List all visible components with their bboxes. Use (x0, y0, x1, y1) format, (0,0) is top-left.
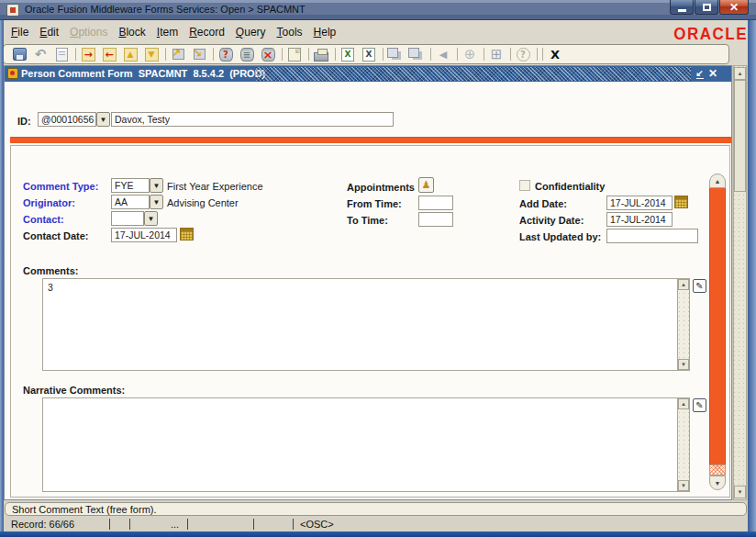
rollback-icon[interactable] (33, 47, 48, 62)
id-name-field[interactable]: Davox, Testy (111, 112, 394, 127)
to-time-field[interactable] (418, 212, 453, 227)
menu-query[interactable]: Query (230, 23, 272, 41)
id-dropdown-button[interactable]: ▼ (96, 112, 110, 127)
detach-icon[interactable] (409, 47, 424, 62)
menu-help[interactable]: Help (308, 23, 342, 41)
titlebar-hatch (256, 67, 691, 81)
workspace-scrollbar[interactable]: ▲ ▼ (733, 65, 747, 500)
speaker-icon[interactable] (436, 47, 450, 62)
add-date-calendar-icon[interactable] (674, 196, 688, 208)
comments-edit-icon[interactable] (693, 279, 706, 293)
broadcast-icon[interactable] (388, 47, 403, 62)
scroll-down-icon[interactable]: ▼ (678, 480, 689, 491)
save-icon[interactable] (12, 47, 27, 62)
comments-textarea[interactable]: 3 ▲ ▼ (42, 278, 690, 371)
narrative-comments-textarea[interactable]: ▲ ▼ (42, 397, 690, 492)
toolbar-separator (542, 48, 543, 61)
close-button[interactable]: ✕ (719, 0, 749, 15)
window-icon (6, 4, 19, 17)
select-icon[interactable] (287, 47, 302, 62)
previous-block-icon[interactable] (171, 47, 185, 62)
confidentiality-checkbox[interactable] (519, 180, 530, 191)
form-window-titlebar[interactable]: Person Comment Form SPACMNT 8.5.4.2 (PRO… (5, 66, 731, 82)
comment-type-dropdown-button[interactable]: ▼ (150, 178, 163, 193)
menu-file[interactable]: File (6, 23, 34, 41)
enter-query-icon[interactable] (218, 47, 233, 62)
id-field[interactable]: @00010656 (38, 112, 96, 127)
comments-label: Comments: (23, 265, 79, 276)
toolbar-separator (75, 48, 76, 61)
narrative-comments-label: Narrative Comments: (23, 385, 125, 396)
comments-scrollbar[interactable]: ▲ ▼ (677, 279, 689, 370)
menu-tools[interactable]: Tools (272, 23, 308, 41)
toolbar-separator (457, 48, 458, 61)
print-preview-icon[interactable] (54, 47, 69, 62)
cancel-query-icon[interactable] (261, 47, 275, 62)
toolbar-separator (383, 48, 384, 61)
contact-date-calendar-icon[interactable] (180, 228, 194, 241)
next-record-icon[interactable] (144, 47, 159, 62)
contact-field[interactable] (111, 211, 144, 226)
scroll-up-icon[interactable]: ▲ (678, 279, 689, 290)
add-date-label: Add Date: (519, 198, 567, 209)
contact-date-field[interactable]: 17-JUL-2014 (111, 228, 177, 242)
window-titlebar[interactable]: Oracle Fusion Middleware Forms Services:… (0, 0, 756, 20)
close-icon: ✕ (729, 2, 739, 13)
comment-type-field[interactable]: FYE (111, 178, 150, 193)
scroll-down-icon[interactable]: ▼ (678, 359, 689, 370)
menu-block[interactable]: Block (113, 23, 150, 41)
section-separator (10, 137, 731, 143)
scroll-up-icon[interactable]: ▲ (734, 67, 746, 80)
new-window-icon[interactable] (489, 47, 504, 62)
menu-options[interactable]: Options (64, 23, 113, 41)
restore-icon[interactable]: ↙ (696, 68, 704, 79)
position-icon[interactable] (462, 47, 477, 62)
exit-icon[interactable] (548, 47, 562, 62)
menu-record[interactable]: Record (183, 23, 230, 41)
last-updated-by-label: Last Updated by: (519, 231, 601, 242)
to-time-label: To Time: (347, 215, 388, 226)
confidentiality-label: Confidentiality (535, 181, 605, 192)
narrative-comments-edit-icon[interactable] (693, 398, 706, 412)
narrative-comments-scrollbar[interactable]: ▲ ▼ (677, 398, 689, 491)
from-time-field[interactable] (418, 196, 453, 210)
workspace-scrollbar-thumb[interactable] (734, 80, 746, 192)
previous-record-icon[interactable] (123, 47, 138, 62)
form-close-icon[interactable]: ✕ (708, 67, 717, 80)
toolbar-separator (308, 48, 309, 61)
contact-label: Contact: (23, 214, 64, 225)
insert-record-icon[interactable] (81, 47, 95, 62)
print-icon[interactable] (314, 47, 328, 62)
id-label: ID: (17, 116, 31, 127)
add-date-field[interactable]: 17-JUL-2014 (606, 196, 673, 210)
help-icon[interactable] (516, 47, 530, 62)
next-block-icon[interactable] (192, 47, 206, 62)
menu-item[interactable]: Item (151, 23, 183, 41)
originator-description: Advising Center (167, 197, 239, 208)
record-scrollbar-thumb[interactable] (709, 188, 726, 464)
status-osc: <OSC> (300, 519, 334, 530)
maximize-button[interactable] (695, 0, 718, 15)
scroll-up-icon[interactable]: ▲ (678, 398, 689, 409)
last-updated-by-field[interactable] (606, 229, 698, 243)
export-data-icon[interactable] (340, 47, 355, 62)
status-message-bar: Short Comment Text (free form). (5, 502, 747, 516)
toolbar-separator (335, 48, 336, 61)
menu-edit[interactable]: Edit (34, 23, 64, 41)
appointments-icon[interactable]: ♟ (418, 177, 434, 193)
record-scrollbar-track[interactable] (709, 464, 726, 475)
toolbar-separator (510, 48, 511, 61)
originator-field[interactable]: AA (111, 195, 150, 209)
scroll-up-icon[interactable]: ▲ (709, 173, 726, 188)
originator-dropdown-button[interactable]: ▼ (150, 195, 163, 209)
execute-query-icon[interactable] (239, 47, 254, 62)
minimize-button[interactable] (670, 0, 694, 15)
remove-record-icon[interactable] (102, 47, 117, 62)
scroll-down-icon[interactable]: ▼ (734, 486, 746, 498)
activity-date-field[interactable]: 17-JUL-2014 (606, 212, 673, 227)
import-data-icon[interactable] (361, 47, 376, 62)
minimize-icon (678, 9, 686, 12)
contact-dropdown-button[interactable]: ▼ (144, 211, 158, 226)
window-title: Oracle Fusion Middleware Forms Services:… (25, 3, 575, 19)
status-separator (293, 519, 294, 530)
